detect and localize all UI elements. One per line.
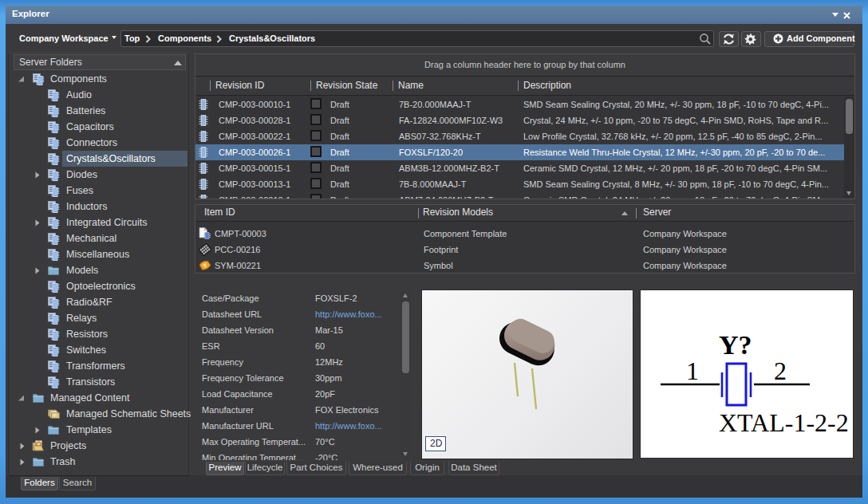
svg-text:Y?: Y? — [719, 330, 752, 360]
svg-text:1: 1 — [686, 356, 699, 385]
svg-text:2: 2 — [774, 356, 787, 385]
svg-text:XTAL-1-2-2: XTAL-1-2-2 — [719, 408, 849, 437]
